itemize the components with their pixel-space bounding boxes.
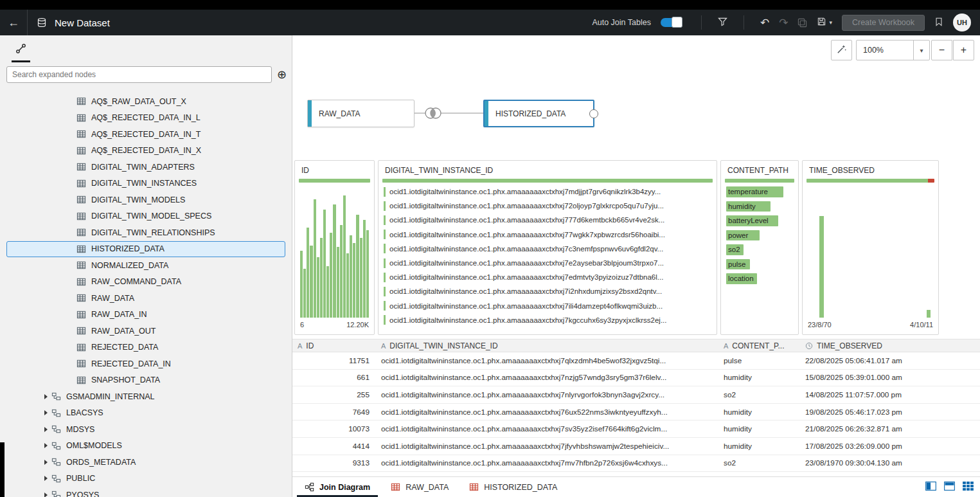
- save-button[interactable]: ▾: [817, 17, 832, 28]
- undo-button[interactable]: ↶: [760, 17, 769, 28]
- instance-value-row[interactable]: ocid1.iotdigitaltwininstance.oc1.phx.ama…: [379, 313, 717, 327]
- filter-button[interactable]: [718, 17, 727, 28]
- sidebar-table-item[interactable]: RAW_COMMAND_DATA: [6, 274, 285, 291]
- grid-column-header[interactable]: AID: [292, 341, 376, 350]
- table-layout-button[interactable]: [963, 482, 974, 492]
- expand-caret-icon[interactable]: [44, 443, 48, 448]
- sidebar-table-item[interactable]: AQ$_REJECTED_DATA_IN_L: [6, 110, 285, 127]
- table-row[interactable]: 661ocid1.iotdigitaltwininstance.oc1.phx.…: [292, 370, 980, 387]
- sidebar-table-item[interactable]: DIGITAL_TWIN_INSTANCES: [6, 176, 285, 192]
- connections-tab[interactable]: [12, 43, 30, 62]
- create-workbook-button[interactable]: Create Workbook: [842, 15, 925, 31]
- diagram-node-historized-data[interactable]: HISTORIZED_DATA: [483, 100, 594, 127]
- sidebar-schema-item[interactable]: ORDS_METADATA: [6, 454, 285, 471]
- instance-value-row[interactable]: ocid1.iotdigitaltwininstance.oc1.phx.ama…: [379, 284, 717, 298]
- user-avatar[interactable]: UH: [953, 14, 971, 32]
- grid-column-header[interactable]: TIME_OBSERVED: [800, 341, 980, 350]
- expand-caret-icon[interactable]: [44, 410, 48, 415]
- expand-caret-icon[interactable]: [44, 427, 48, 432]
- expand-caret-icon[interactable]: [44, 492, 48, 497]
- zoom-in-button[interactable]: +: [953, 40, 974, 60]
- quality-card-id[interactable]: ID 6 12.20K: [294, 160, 375, 335]
- instance-value-row[interactable]: ocid1.iotdigitaltwininstance.oc1.phx.ama…: [379, 256, 717, 270]
- zoom-level-select[interactable]: 100% ▾: [856, 40, 930, 60]
- sidebar-table-item[interactable]: DIGITAL_TWIN_ADAPTERS: [6, 159, 285, 176]
- sidebar-table-label: RAW_DATA: [91, 294, 134, 303]
- frequency-bar: [384, 215, 386, 225]
- content-path-row[interactable]: temperature: [726, 185, 793, 199]
- instance-value-row[interactable]: ocid1.iotdigitaltwininstance.oc1.phx.ama…: [379, 242, 717, 256]
- content-path-row[interactable]: batteryLevel: [726, 213, 793, 228]
- back-button[interactable]: ←: [0, 10, 27, 35]
- sidebar-schema-item[interactable]: OML$MODELS: [6, 438, 285, 455]
- join-type-icon[interactable]: [423, 106, 443, 120]
- search-input[interactable]: [6, 66, 272, 83]
- sidebar-schema-item[interactable]: LBACSYS: [6, 405, 285, 422]
- quality-card-time-observed[interactable]: TIME_OBSERVED 23/8/70 4/10/11: [802, 160, 939, 335]
- sidebar-schema-item[interactable]: MDSYS: [6, 421, 285, 438]
- histogram-bar: [314, 199, 316, 318]
- table-icon: [76, 293, 86, 303]
- schema-tree[interactable]: AQ$_RAW_DATA_OUT_XAQ$_REJECTED_DATA_IN_L…: [0, 87, 292, 497]
- content-path-row[interactable]: location: [726, 271, 793, 286]
- footer-tab-join-diagram[interactable]: Join Diagram: [294, 477, 380, 497]
- zoom-out-button[interactable]: −: [931, 40, 952, 60]
- sidebar-table-item[interactable]: HISTORIZED_DATA: [6, 241, 285, 258]
- sidebar-table-item[interactable]: REJECTED_DATA: [6, 339, 285, 356]
- content-path-row[interactable]: humidity: [726, 199, 793, 214]
- join-handle[interactable]: [589, 109, 598, 118]
- range-min: 6: [300, 321, 304, 329]
- table-row[interactable]: 7649ocid1.iotdigitaltwininstance.oc1.phx…: [292, 404, 980, 421]
- expand-caret-icon[interactable]: [44, 460, 48, 465]
- sidebar-table-item[interactable]: SNAPSHOT_DATA: [6, 372, 285, 389]
- split-vertical-icon: [925, 482, 936, 492]
- redo-button[interactable]: ↷: [779, 17, 788, 28]
- table-row[interactable]: 11751ocid1.iotdigitaltwininstance.oc1.ph…: [292, 352, 980, 370]
- footer-tab-raw-data[interactable]: RAW_DATA: [380, 477, 459, 497]
- sidebar-table-item[interactable]: AQ$_RAW_DATA_OUT_X: [6, 93, 285, 110]
- table-row[interactable]: 10073ocid1.iotdigitaltwininstance.oc1.ph…: [292, 420, 980, 438]
- sidebar-schema-item[interactable]: PYQSYS: [6, 487, 285, 497]
- quality-card-content-path[interactable]: CONTENT_PATH temperaturehumiditybatteryL…: [720, 160, 799, 335]
- sidebar-table-item[interactable]: REJECTED_DATA_IN: [6, 356, 285, 372]
- instance-value-row[interactable]: ocid1.iotdigitaltwininstance.oc1.phx.ama…: [379, 213, 717, 227]
- instance-value-row[interactable]: ocid1.iotdigitaltwininstance.oc1.phx.ama…: [379, 299, 717, 313]
- sidebar-table-item[interactable]: NORMALIZED_DATA: [6, 257, 285, 274]
- table-row[interactable]: 9313ocid1.iotdigitaltwininstance.oc1.phx…: [292, 455, 980, 473]
- auto-layout-button[interactable]: [831, 40, 852, 60]
- sidebar-table-item[interactable]: AQ$_REJECTED_DATA_IN_X: [6, 143, 285, 159]
- content-path-row[interactable]: pulse: [726, 257, 793, 272]
- sidebar-schema-item[interactable]: GSMADMIN_INTERNAL: [6, 388, 285, 405]
- expand-caret-icon[interactable]: [44, 476, 48, 481]
- quality-card-instance-id[interactable]: DIGITAL_TWIN_INSTANCE_ID ocid1.iotdigita…: [378, 160, 717, 335]
- sidebar-table-item[interactable]: RAW_DATA: [6, 290, 285, 307]
- grid-column-header[interactable]: ADIGITAL_TWIN_INSTANCE_ID: [376, 341, 718, 350]
- sidebar-table-item[interactable]: DIGITAL_TWIN_MODEL_SPECS: [6, 208, 285, 225]
- instance-value-row[interactable]: ocid1.iotdigitaltwininstance.oc1.phx.ama…: [379, 228, 717, 242]
- footer-tab-historized-data[interactable]: HISTORIZED_DATA: [459, 477, 567, 497]
- join-diagram-canvas[interactable]: 100% ▾ − + RAW_DATA HISTORIZED_DATA: [292, 35, 980, 160]
- sidebar-table-item[interactable]: RAW_DATA_OUT: [6, 323, 285, 339]
- split-vertical-layout-button[interactable]: [925, 482, 936, 492]
- add-node-button[interactable]: ⊕: [277, 69, 287, 80]
- auto-join-toggle[interactable]: [661, 18, 681, 27]
- split-horizontal-layout-button[interactable]: [944, 482, 955, 492]
- sidebar-schema-item[interactable]: PUBLIC: [6, 471, 285, 487]
- diagram-node-raw-data[interactable]: RAW_DATA: [307, 100, 414, 127]
- sidebar-table-item[interactable]: AQ$_REJECTED_DATA_IN_T: [6, 126, 285, 143]
- expand-caret-icon[interactable]: [44, 394, 48, 399]
- content-path-row[interactable]: power: [726, 228, 793, 243]
- table-row[interactable]: 4414ocid1.iotdigitaltwininstance.oc1.phx…: [292, 438, 980, 455]
- sidebar-table-item[interactable]: RAW_DATA_IN: [6, 307, 285, 323]
- instance-value-row[interactable]: ocid1.iotdigitaltwininstance.oc1.phx.ama…: [379, 185, 717, 199]
- instance-value-row[interactable]: ocid1.iotdigitaltwininstance.oc1.phx.ama…: [379, 199, 717, 213]
- table-icon: [76, 228, 86, 237]
- grid-column-header[interactable]: ACONTENT_P...: [718, 341, 800, 350]
- content-path-row[interactable]: so2: [726, 242, 793, 257]
- instance-value-row[interactable]: ocid1.iotdigitaltwininstance.oc1.phx.ama…: [379, 270, 717, 284]
- sidebar-table-item[interactable]: DIGITAL_TWIN_MODELS: [6, 192, 285, 208]
- sidebar-table-label: DIGITAL_TWIN_ADAPTERS: [91, 163, 195, 172]
- bookmark-button[interactable]: [934, 17, 943, 28]
- table-row[interactable]: 255ocid1.iotdigitaltwininstance.oc1.phx.…: [292, 386, 980, 404]
- sidebar-table-item[interactable]: DIGITAL_TWIN_RELATIONSHIPS: [6, 224, 285, 241]
